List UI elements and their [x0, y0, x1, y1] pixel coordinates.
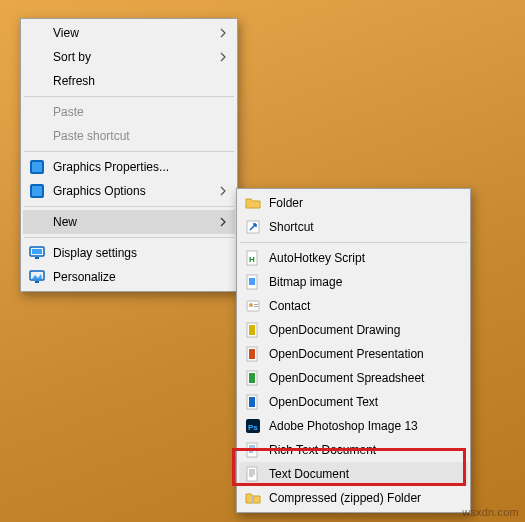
chevron-right-icon: [220, 186, 227, 196]
svg-rect-5: [32, 249, 42, 254]
svg-rect-19: [249, 325, 255, 335]
menu-label: Paste: [53, 105, 84, 119]
submenu-item-shortcut[interactable]: Shortcut: [239, 215, 468, 239]
submenu-item-od-presentation[interactable]: OpenDocument Presentation: [239, 342, 468, 366]
chevron-right-icon: [220, 217, 227, 227]
photoshop-icon: Ps: [245, 418, 261, 434]
text-document-icon: [245, 466, 261, 482]
svg-text:Ps: Ps: [248, 423, 258, 432]
svg-rect-21: [249, 349, 255, 359]
menu-label: Graphics Properties...: [53, 160, 169, 174]
separator: [240, 242, 467, 243]
svg-rect-25: [249, 397, 255, 407]
separator: [24, 206, 234, 207]
menu-label: Folder: [269, 196, 303, 210]
submenu-item-od-spreadsheet[interactable]: OpenDocument Spreadsheet: [239, 366, 468, 390]
menu-label: Contact: [269, 299, 310, 313]
menu-item-graphics-properties[interactable]: Graphics Properties...: [23, 155, 235, 179]
submenu-item-text-document[interactable]: Text Document: [239, 462, 468, 486]
svg-text:H: H: [249, 255, 255, 264]
menu-label: OpenDocument Drawing: [269, 323, 400, 337]
menu-item-refresh[interactable]: Refresh: [23, 69, 235, 93]
intel-graphics-icon: [29, 183, 45, 199]
submenu-item-od-text[interactable]: OpenDocument Text: [239, 390, 468, 414]
menu-item-display-settings[interactable]: Display settings: [23, 241, 235, 265]
menu-item-paste-shortcut: Paste shortcut: [23, 124, 235, 148]
menu-label: New: [53, 215, 77, 229]
new-submenu: Folder Shortcut H AutoHotkey Script Bitm…: [236, 188, 471, 513]
svg-rect-30: [252, 496, 254, 503]
svg-rect-1: [32, 162, 42, 172]
submenu-item-od-drawing[interactable]: OpenDocument Drawing: [239, 318, 468, 342]
opendocument-presentation-icon: [245, 346, 261, 362]
menu-label: Rich Text Document: [269, 443, 376, 457]
menu-label: Adobe Photoshop Image 13: [269, 419, 418, 433]
personalize-icon: [29, 269, 45, 285]
chevron-right-icon: [220, 52, 227, 62]
svg-rect-23: [249, 373, 255, 383]
submenu-item-rtf[interactable]: Rich Text Document: [239, 438, 468, 462]
menu-label: Graphics Options: [53, 184, 146, 198]
menu-label: Refresh: [53, 74, 95, 88]
svg-rect-17: [254, 306, 258, 307]
autohotkey-icon: H: [245, 250, 261, 266]
menu-label: OpenDocument Text: [269, 395, 378, 409]
menu-label: OpenDocument Spreadsheet: [269, 371, 424, 385]
submenu-item-zip[interactable]: Compressed (zipped) Folder: [239, 486, 468, 510]
submenu-item-bitmap[interactable]: Bitmap image: [239, 270, 468, 294]
folder-icon: [245, 195, 261, 211]
menu-item-graphics-options[interactable]: Graphics Options: [23, 179, 235, 203]
menu-item-personalize[interactable]: Personalize: [23, 265, 235, 289]
separator: [24, 151, 234, 152]
watermark-text: wsxdn.com: [462, 506, 519, 518]
submenu-item-folder[interactable]: Folder: [239, 191, 468, 215]
menu-label: Paste shortcut: [53, 129, 130, 143]
svg-rect-13: [249, 278, 255, 285]
menu-label: Sort by: [53, 50, 91, 64]
menu-label: Bitmap image: [269, 275, 342, 289]
separator: [24, 96, 234, 97]
monitor-icon: [29, 245, 45, 261]
contact-icon: [245, 298, 261, 314]
svg-point-15: [249, 303, 253, 307]
menu-item-view[interactable]: View: [23, 21, 235, 45]
shortcut-icon: [245, 219, 261, 235]
bitmap-icon: [245, 274, 261, 290]
submenu-item-contact[interactable]: Contact: [239, 294, 468, 318]
svg-rect-8: [35, 281, 39, 283]
chevron-right-icon: [220, 28, 227, 38]
submenu-item-photoshop[interactable]: Ps Adobe Photoshop Image 13: [239, 414, 468, 438]
menu-item-sort-by[interactable]: Sort by: [23, 45, 235, 69]
menu-label: Personalize: [53, 270, 116, 284]
svg-rect-3: [32, 186, 42, 196]
opendocument-spreadsheet-icon: [245, 370, 261, 386]
submenu-item-autohotkey[interactable]: H AutoHotkey Script: [239, 246, 468, 270]
opendocument-drawing-icon: [245, 322, 261, 338]
menu-label: View: [53, 26, 79, 40]
separator: [24, 237, 234, 238]
svg-rect-6: [35, 257, 39, 259]
intel-graphics-icon: [29, 159, 45, 175]
menu-item-new[interactable]: New: [23, 210, 235, 234]
menu-label: Display settings: [53, 246, 137, 260]
menu-label: AutoHotkey Script: [269, 251, 365, 265]
menu-label: OpenDocument Presentation: [269, 347, 424, 361]
menu-label: Compressed (zipped) Folder: [269, 491, 421, 505]
zip-folder-icon: [245, 490, 261, 506]
svg-rect-16: [254, 304, 258, 305]
desktop-context-menu: View Sort by Refresh Paste Paste shortcu…: [20, 18, 238, 292]
opendocument-text-icon: [245, 394, 261, 410]
menu-label: Shortcut: [269, 220, 314, 234]
rich-text-icon: [245, 442, 261, 458]
menu-item-paste: Paste: [23, 100, 235, 124]
menu-label: Text Document: [269, 467, 349, 481]
